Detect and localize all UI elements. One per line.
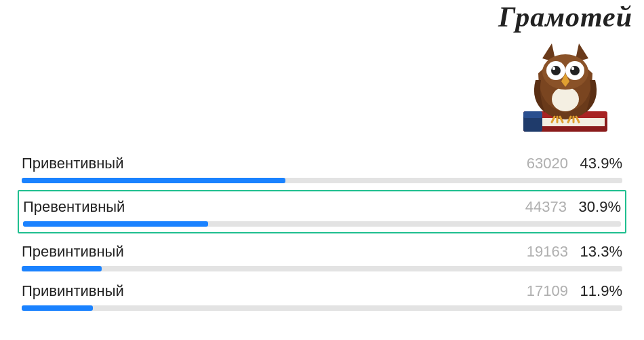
progress-fill — [22, 305, 93, 311]
svg-rect-4 — [523, 111, 542, 118]
option-percent: 11.9% — [568, 282, 622, 300]
poll-option[interactable]: Привинтивный 17109 11.9% — [22, 276, 622, 315]
poll-option-correct[interactable]: Превентивный 44373 30.9% — [18, 190, 626, 233]
progress-track — [22, 178, 622, 183]
progress-track — [22, 305, 622, 311]
svg-point-13 — [571, 67, 574, 70]
option-label: Привинтивный — [22, 282, 507, 300]
option-label: Привентивный — [22, 155, 507, 172]
svg-point-12 — [552, 67, 555, 70]
poll-results: Привентивный 63020 43.9% Превентивный 44… — [22, 148, 622, 315]
progress-track — [22, 266, 622, 271]
brand-block: Грамотей — [491, 3, 640, 138]
option-count: 17109 — [507, 282, 568, 300]
progress-fill — [23, 221, 208, 227]
progress-fill — [22, 266, 102, 271]
owl-on-book-icon — [511, 33, 620, 138]
option-label: Превинтивный — [22, 243, 507, 261]
progress-track — [23, 221, 621, 227]
option-percent: 13.3% — [568, 243, 622, 261]
option-count: 19163 — [507, 243, 568, 261]
option-count: 63020 — [507, 155, 568, 172]
option-percent: 30.9% — [567, 198, 621, 216]
svg-point-10 — [551, 66, 561, 75]
svg-point-11 — [570, 66, 580, 75]
poll-option[interactable]: Привентивный 63020 43.9% — [22, 148, 622, 187]
option-percent: 43.9% — [568, 155, 622, 172]
option-label: Превентивный — [23, 198, 506, 216]
option-count: 44373 — [506, 198, 567, 216]
brand-title: Грамотей — [491, 3, 640, 31]
svg-point-6 — [552, 87, 579, 111]
progress-fill — [22, 178, 285, 183]
poll-option[interactable]: Превинтивный 19163 13.3% — [22, 236, 622, 276]
